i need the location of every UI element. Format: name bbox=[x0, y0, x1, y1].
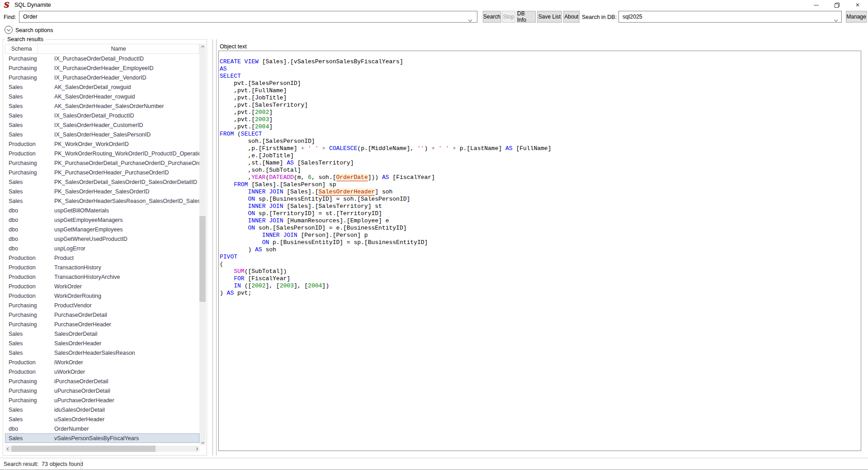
table-row[interactable]: ProductionuWorkOrder bbox=[5, 367, 199, 376]
name-cell: uspGetBillOfMaterials bbox=[49, 207, 199, 214]
schema-cell: Purchasing bbox=[5, 397, 49, 404]
table-row[interactable]: SalesIX_SalesOrderDetail_ProductID bbox=[5, 111, 199, 120]
table-row[interactable]: SalesSalesOrderDetail bbox=[5, 329, 199, 338]
table-row[interactable]: SalesAK_SalesOrderHeader_SalesOrderNumbe… bbox=[5, 101, 199, 111]
table-row[interactable]: SalesPK_SalesOrderDetail_SalesOrderID_Sa… bbox=[5, 177, 199, 187]
table-row[interactable]: PurchasingIX_PurchaseOrderDetail_Product… bbox=[5, 54, 199, 63]
name-cell: uSalesOrderHeader bbox=[49, 416, 199, 423]
table-row[interactable]: PurchasingPurchaseOrderDetail bbox=[5, 310, 199, 320]
code-token: INNER JOIN bbox=[248, 203, 283, 210]
table-row[interactable]: ProductionPK_WorkOrder_WorkOrderID bbox=[5, 139, 199, 149]
code-token: ] bbox=[269, 109, 273, 116]
code-line: ,e.[JobTitle] bbox=[220, 152, 859, 160]
column-header-schema[interactable]: Schema bbox=[5, 44, 38, 53]
find-dropdown-arrow[interactable] bbox=[469, 15, 472, 23]
schema-cell: Sales bbox=[5, 84, 49, 90]
code-token: [FiscalYear] bbox=[245, 275, 290, 282]
table-row[interactable]: PurchasingPurchaseOrderHeader bbox=[5, 320, 199, 329]
scroll-up-arrow[interactable] bbox=[199, 44, 206, 50]
find-input[interactable] bbox=[19, 11, 477, 23]
results-horizontal-scrollbar[interactable] bbox=[5, 446, 199, 452]
table-row[interactable]: PurchasingIX_PurchaseOrderHeader_VendorI… bbox=[5, 73, 199, 82]
table-row[interactable]: SalesSalesOrderHeader bbox=[5, 338, 199, 348]
code-line: INNER JOIN [HumanResources].[Employee] e bbox=[220, 217, 859, 225]
code-token: AS bbox=[382, 174, 389, 181]
table-row[interactable]: SalesAK_SalesOrderHeader_rowguid bbox=[5, 92, 199, 101]
table-row[interactable]: ProductionProduct bbox=[5, 253, 199, 263]
code-line: ) AS soh bbox=[220, 246, 859, 254]
scroll-right-arrow[interactable] bbox=[193, 446, 199, 452]
db-combobox-value: sql2025 bbox=[623, 14, 642, 20]
code-token bbox=[220, 188, 248, 195]
restore-button[interactable] bbox=[826, 0, 847, 10]
name-cell: IX_SalesOrderHeader_CustomerID bbox=[49, 122, 199, 128]
table-row[interactable]: SalesSalesOrderHeaderSalesReason bbox=[5, 348, 199, 357]
restore-icon bbox=[835, 3, 840, 8]
code-token: SUM bbox=[234, 268, 244, 275]
code-line: FOR [FiscalYear] bbox=[220, 275, 859, 282]
name-cell: IX_PurchaseOrderDetail_ProductID bbox=[49, 56, 199, 62]
code-line: CREATE VIEW [Sales].[vSalesPersonSalesBy… bbox=[220, 58, 859, 66]
code-token: ON bbox=[262, 239, 269, 246]
code-token: AS bbox=[287, 160, 294, 166]
table-row[interactable]: ProductioniWorkOrder bbox=[5, 357, 199, 367]
table-row[interactable]: dbouspGetBillOfMaterials bbox=[5, 206, 199, 215]
table-row[interactable]: ProductionWorkOrderRouting bbox=[5, 291, 199, 301]
table-row[interactable]: dbouspGetManagerEmployees bbox=[5, 225, 199, 234]
object-text-code[interactable]: CREATE VIEW [Sales].[vSalesPersonSalesBy… bbox=[218, 51, 861, 451]
table-row[interactable]: dbouspLogError bbox=[5, 244, 199, 253]
table-row[interactable]: PurchasingPK_PurchaseOrderHeader_Purchas… bbox=[5, 168, 199, 177]
table-row[interactable]: SalesuSalesOrderHeader bbox=[5, 414, 199, 424]
search-button[interactable]: Search bbox=[483, 11, 501, 23]
about-button[interactable]: About bbox=[563, 11, 580, 23]
table-row[interactable]: SalesPK_SalesOrderHeaderSalesReason_Sale… bbox=[5, 196, 199, 206]
code-token: [FullName] bbox=[513, 145, 552, 152]
code-line: ,pvt.[2002] bbox=[220, 109, 859, 116]
table-row[interactable]: SalesiduSalesOrderDetail bbox=[5, 405, 199, 414]
table-row[interactable]: PurchasingProductVendor bbox=[5, 301, 199, 310]
column-header-name[interactable]: Name bbox=[38, 44, 199, 53]
scroll-left-arrow[interactable] bbox=[5, 446, 11, 452]
db-combobox[interactable]: sql2025 bbox=[618, 11, 842, 23]
table-row[interactable]: ProductionTransactionHistoryArchive bbox=[5, 272, 199, 282]
table-row[interactable]: SalesIX_SalesOrderHeader_SalesPersonID bbox=[5, 130, 199, 139]
table-row[interactable]: dboOrderNumber bbox=[5, 424, 199, 433]
manage-button[interactable]: Manage bbox=[846, 11, 867, 23]
code-token: ( bbox=[220, 261, 223, 268]
db-info-button[interactable]: DB Info bbox=[517, 11, 536, 23]
panel-splitter[interactable] bbox=[212, 39, 217, 456]
vertical-scroll-thumb[interactable] bbox=[199, 216, 206, 302]
results-vertical-scrollbar[interactable] bbox=[199, 44, 206, 445]
db-dropdown-arrow[interactable] bbox=[835, 15, 837, 23]
code-token: INNER JOIN bbox=[248, 217, 283, 224]
table-row[interactable]: dbouspGetEmployeeManagers bbox=[5, 215, 199, 225]
table-row[interactable]: PurchasingPK_PurchaseOrderDetail_Purchas… bbox=[5, 158, 199, 168]
table-row[interactable]: PurchasingIX_PurchaseOrderHeader_Employe… bbox=[5, 63, 199, 73]
table-row[interactable]: ProductionTransactionHistory bbox=[5, 263, 199, 272]
code-token bbox=[220, 239, 262, 246]
code-token: ] soh bbox=[375, 188, 392, 195]
search-options-toggle[interactable] bbox=[5, 26, 13, 34]
table-row[interactable]: ProductionWorkOrder bbox=[5, 282, 199, 291]
code-token: [Sales].[ bbox=[283, 188, 318, 195]
scroll-down-arrow[interactable] bbox=[199, 439, 206, 445]
table-row[interactable]: ProductionPK_WorkOrderRouting_WorkOrderI… bbox=[5, 149, 199, 158]
table-row[interactable]: PurchasingiPurchaseOrderDetail bbox=[5, 376, 199, 386]
table-row[interactable]: SalesIX_SalesOrderHeader_CustomerID bbox=[5, 120, 199, 130]
table-row[interactable]: PurchasinguPurchaseOrderDetail bbox=[5, 386, 199, 395]
code-token bbox=[220, 217, 248, 224]
table-row[interactable]: dbouspGetWhereUsedProductID bbox=[5, 234, 199, 244]
code-token: AS bbox=[227, 290, 234, 296]
code-token: ON bbox=[248, 210, 255, 217]
table-row[interactable]: PurchasinguPurchaseOrderHeader bbox=[5, 395, 199, 405]
table-row[interactable]: SalesAK_SalesOrderDetail_rowguid bbox=[5, 82, 199, 92]
table-row[interactable]: SalesvSalesPersonSalesByFiscalYears bbox=[5, 433, 199, 443]
code-token: INNER JOIN bbox=[248, 188, 283, 195]
schema-cell: dbo bbox=[5, 245, 49, 252]
table-row[interactable]: SalesPK_SalesOrderHeader_SalesOrderID bbox=[5, 187, 199, 196]
close-button[interactable]: ✕ bbox=[847, 0, 868, 10]
save-list-button[interactable]: Save List bbox=[537, 11, 562, 23]
horizontal-scroll-thumb[interactable] bbox=[11, 446, 156, 452]
minimize-button[interactable] bbox=[806, 0, 826, 10]
code-token: ,pvt.[ bbox=[220, 123, 255, 130]
